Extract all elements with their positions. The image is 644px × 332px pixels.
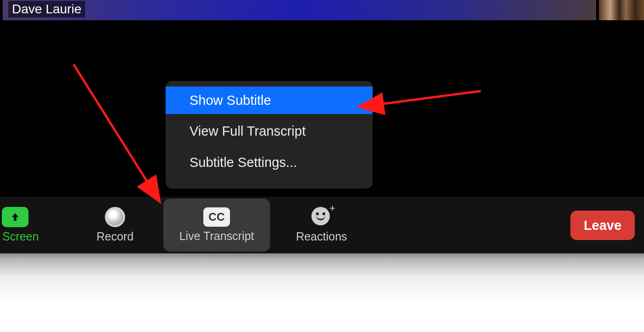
share-screen-label: re Screen (0, 230, 39, 243)
menu-item-show-subtitle[interactable]: Show Subtitle (166, 86, 373, 114)
leave-button[interactable]: Leave (570, 211, 635, 240)
leave-label: Leave (584, 218, 621, 233)
participant-video-tile (3, 0, 596, 20)
annotation-arrow-left (64, 60, 175, 213)
reactions-label: Reactions (296, 230, 347, 243)
page-background-fade (0, 253, 644, 332)
menu-item-subtitle-settings[interactable]: Subtitle Settings... (166, 148, 373, 177)
reactions-button[interactable]: + Reactions (282, 197, 361, 253)
share-screen-icon (2, 207, 29, 227)
menu-item-label: Subtitle Settings... (190, 155, 297, 170)
live-transcript-button[interactable]: CC Live Transcript (163, 199, 270, 252)
live-transcript-menu: Show Subtitle View Full Transcript Subti… (166, 81, 373, 189)
svg-line-1 (361, 91, 481, 107)
annotation-arrow-right (354, 87, 488, 117)
participant-video-strip: Dave Laurie (0, 0, 644, 20)
record-icon (105, 207, 125, 227)
participant-video-edge (599, 0, 644, 20)
zoom-window: Dave Laurie Show Subtitle View Full Tran… (0, 0, 644, 253)
record-label: Record (97, 230, 134, 243)
plus-icon: + (329, 202, 335, 214)
participant-name-tag: Dave Laurie (8, 1, 85, 17)
reactions-icon: + (311, 207, 332, 227)
meeting-toolbar: re Screen Record CC Live Transcript + (0, 197, 644, 253)
svg-line-0 (74, 64, 159, 200)
menu-item-label: View Full Transcript (190, 124, 306, 139)
share-screen-button[interactable]: re Screen (0, 197, 50, 253)
cc-icon: CC (203, 207, 230, 227)
menu-item-label: Show Subtitle (190, 93, 271, 108)
record-button[interactable]: Record (85, 197, 145, 253)
live-transcript-label: Live Transcript (179, 229, 254, 243)
menu-item-view-full-transcript[interactable]: View Full Transcript (166, 117, 373, 145)
